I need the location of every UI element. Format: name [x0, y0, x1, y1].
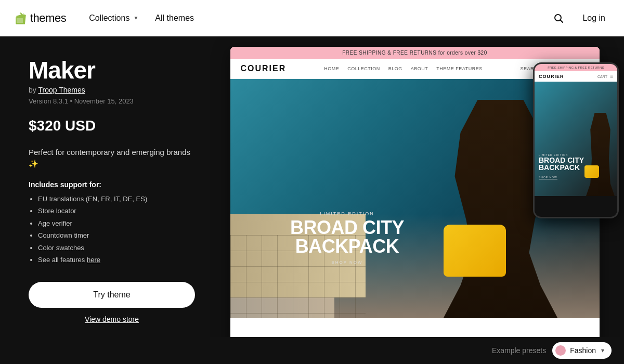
mockup-nav-links: HOME COLLECTION BLOG ABOUT THEME FEATURE… [324, 66, 482, 71]
preset-chevron-icon: ▾ [601, 347, 604, 354]
preset-name: Fashion [570, 346, 596, 355]
svg-line-3 [561, 20, 563, 22]
supports-list: EU translations (EN, FR, IT, DE, ES) Sto… [29, 194, 195, 267]
mockup-banner: FREE SHIPPING & FREE RETURNS for orders … [230, 47, 600, 59]
mobile-menu-icon: ☰ [610, 74, 613, 79]
mobile-cart-text: CART [597, 75, 607, 79]
author-link[interactable]: Troop Themes [38, 86, 85, 94]
header: themes Collections ▼ All themes Log in [0, 0, 624, 36]
mobile-title: BROAD CITY BACKPACK [539, 157, 591, 171]
mobile-mockup: FREE SHIPPING & FREE RETURNS COURIER CAR… [533, 62, 619, 218]
logo-text: themes [30, 11, 66, 25]
mockup-nav-about: ABOUT [411, 66, 428, 71]
mobile-logo: COURIER [539, 74, 564, 79]
header-logo: themes [12, 11, 66, 25]
preset-color-dot [555, 345, 566, 356]
supports-title: Includes support for: [29, 180, 195, 189]
list-item: Countdown timer [38, 230, 195, 241]
collections-nav-item[interactable]: Collections ▼ [83, 10, 145, 26]
bottom-bar: Example presets Fashion ▾ [0, 337, 624, 364]
mobile-banner: FREE SHIPPING & FREE RETURNS [535, 64, 617, 71]
list-item: Store locator [38, 206, 195, 216]
shopify-logo-icon [12, 11, 27, 25]
search-icon [553, 13, 564, 23]
all-themes-nav-item[interactable]: All themes [149, 10, 200, 26]
theme-version: Version 8.3.1 • November 15, 2023 [29, 97, 195, 105]
list-item: Color swatches [38, 243, 195, 253]
list-item: See all features here [38, 255, 195, 265]
theme-title: Maker [29, 57, 195, 84]
mockup-nav-home: HOME [324, 66, 339, 71]
mockup-logo: COURIER [241, 64, 287, 73]
svg-rect-1 [17, 18, 23, 23]
mobile-nav-icons: CART ☰ [597, 74, 613, 79]
features-link[interactable]: here [87, 256, 100, 264]
search-button[interactable] [549, 9, 568, 28]
hero-shop-button: SHOP NOW [331, 260, 362, 266]
author-prefix: by [29, 86, 36, 94]
all-themes-label: All themes [155, 14, 194, 22]
collections-label: Collections [89, 14, 129, 23]
hero-text-area: LIMITED EDITION BROAD CITY BACKPACK SHOP… [230, 211, 464, 266]
hero-limited-edition: LIMITED EDITION [230, 211, 464, 216]
mobile-shop: SHOP NOW [539, 176, 557, 179]
mobile-hero: LIMITED EDITION BROAD CITY BACKPACK SHOP… [535, 82, 617, 196]
view-demo-link[interactable]: View demo store [29, 315, 195, 323]
theme-author: by Troop Themes [29, 86, 195, 94]
main-nav: Collections ▼ All themes [83, 10, 549, 26]
hero-title: BROAD CITY BACKPACK [230, 218, 464, 256]
list-item: Age verifier [38, 218, 195, 229]
login-label: Log in [582, 14, 605, 22]
theme-preview-panel: FREE SHIPPING & FREE RETURNS for orders … [216, 36, 624, 364]
try-theme-button[interactable]: Try theme [29, 282, 195, 308]
collections-chevron-icon: ▼ [133, 15, 138, 21]
header-right: Log in [549, 9, 612, 28]
theme-info-panel: Maker by Troop Themes Version 8.3.1 • No… [0, 36, 216, 364]
mobile-nav: COURIER CART ☰ [535, 71, 617, 82]
example-presets-label: Example presets [492, 346, 546, 355]
list-item: EU translations (EN, FR, IT, DE, ES) [38, 194, 195, 204]
login-button[interactable]: Log in [576, 10, 612, 26]
preset-dropdown[interactable]: Fashion ▾ [552, 342, 612, 359]
main-content: Maker by Troop Themes Version 8.3.1 • No… [0, 36, 624, 364]
mockup-nav-collection: COLLECTION [347, 66, 380, 71]
mockup-nav-theme-features: THEME FEATURES [436, 66, 482, 71]
mobile-hero-text: LIMITED EDITION BROAD CITY BACKPACK SHOP… [539, 153, 591, 180]
theme-tagline: Perfect for contemporary and emerging br… [29, 147, 195, 170]
theme-price: $320 USD [29, 118, 195, 134]
mockup-nav-blog: BLOG [388, 66, 402, 71]
